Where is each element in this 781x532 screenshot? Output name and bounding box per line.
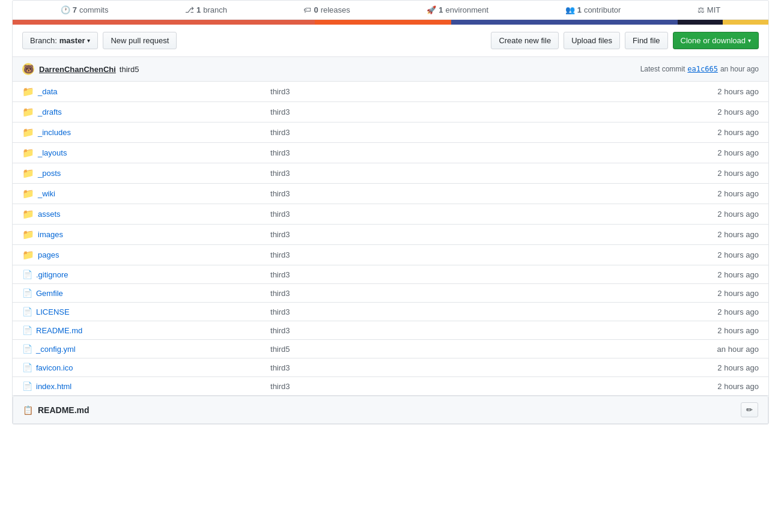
file-name-link[interactable]: images: [38, 230, 63, 239]
table-row: 📄 .gitignore third3 2 hours ago: [13, 265, 768, 284]
file-name-link[interactable]: _config.yml: [36, 345, 76, 354]
file-commit-cell: third3: [261, 225, 578, 245]
file-commit-cell: third5: [261, 340, 578, 358]
readme-filename: README.md: [38, 405, 90, 415]
toolbar: Branch: master ▾ New pull request Create…: [13, 25, 768, 57]
create-new-file-button[interactable]: Create new file: [491, 32, 559, 49]
contributors-icon: 👥: [565, 5, 575, 14]
lang-segment-html: [315, 20, 451, 25]
file-commit-cell: third3: [261, 321, 578, 340]
file-name-link[interactable]: _posts: [38, 169, 61, 178]
file-name-cell: 📁 _data: [13, 82, 102, 101]
license-link[interactable]: ⚖ MIT: [697, 5, 720, 14]
readme-section: 📋 README.md ✏: [13, 396, 768, 424]
file-name-link[interactable]: _data: [38, 87, 58, 96]
branches-link[interactable]: ⎇ 1 branch: [185, 5, 227, 14]
contributors-count: 1: [577, 5, 582, 14]
file-commit-cell: third3: [261, 284, 578, 303]
avatar-emoji: 🐻: [23, 64, 34, 74]
file-name-cell: 📁 _wiki: [13, 184, 102, 204]
branch-selector[interactable]: Branch: master ▾: [22, 32, 98, 49]
file-commit-cell: third3: [261, 377, 578, 396]
file-commit-cell: third3: [261, 163, 578, 184]
file-time-cell: an hour ago: [578, 340, 768, 358]
file-name-cell: 📁 _drafts: [13, 102, 102, 122]
table-row: 📁 _drafts third3 2 hours ago: [13, 102, 768, 122]
file-name-cell: 📁 _includes: [13, 122, 102, 142]
file-time-cell: 2 hours ago: [578, 321, 768, 340]
table-row: 📄 index.html third3 2 hours ago: [13, 377, 768, 396]
table-row: 📁 images third3 2 hours ago: [13, 225, 768, 245]
file-name-link[interactable]: _layouts: [38, 148, 67, 157]
table-row: 📄 _config.yml third5 an hour ago: [13, 340, 768, 358]
file-time-cell: 2 hours ago: [578, 204, 768, 225]
releases-link[interactable]: 🏷 0 releases: [303, 5, 350, 14]
environments-icon: 🚀: [427, 5, 436, 14]
file-name-link[interactable]: favicon.ico: [36, 363, 73, 372]
commit-author-link[interactable]: DarrenChanChenChi: [39, 65, 116, 74]
table-row: 📄 favicon.ico third3 2 hours ago: [13, 358, 768, 377]
language-bar: [13, 20, 768, 25]
file-name-link[interactable]: _includes: [38, 128, 71, 137]
upload-files-button[interactable]: Upload files: [564, 32, 620, 49]
upload-files-label: Upload files: [571, 36, 612, 45]
file-table: 📁 _data third3 2 hours ago 📁 _drafts thi…: [13, 82, 768, 396]
file-name-link[interactable]: assets: [38, 210, 61, 219]
commit-message: third5: [120, 65, 139, 74]
file-name-link[interactable]: Gemfile: [36, 289, 63, 298]
commit-row: 🐻 DarrenChanChenChi third5 Latest commit…: [13, 57, 768, 82]
file-time-cell: 2 hours ago: [578, 143, 768, 163]
contributors-link[interactable]: 👥 1 contributor: [565, 5, 621, 14]
pencil-icon: ✏: [746, 405, 753, 414]
file-icon: 📄: [22, 325, 32, 335]
file-name-link[interactable]: LICENSE: [36, 307, 70, 316]
file-name-link[interactable]: index.html: [36, 382, 71, 391]
environments-link[interactable]: 🚀 1 environment: [427, 5, 488, 14]
file-time-cell: 2 hours ago: [578, 225, 768, 245]
file-name-cell: 📁 assets: [13, 204, 102, 224]
table-row: 📁 _layouts third3 2 hours ago: [13, 143, 768, 163]
file-time-cell: 2 hours ago: [578, 245, 768, 265]
file-name-cell: 📁 images: [13, 225, 102, 244]
lang-segment-css: [451, 20, 678, 25]
file-time-cell: 2 hours ago: [578, 102, 768, 122]
commits-link[interactable]: 🕐 7 commits: [61, 5, 109, 14]
file-icon: 📄: [22, 344, 32, 354]
branches-label: branch: [203, 5, 227, 14]
folder-icon: 📁: [22, 147, 34, 159]
file-icon: 📄: [22, 288, 32, 298]
file-time-cell: 2 hours ago: [578, 284, 768, 303]
file-name-cell: 📄 index.html: [13, 377, 102, 395]
file-icon: 📄: [22, 381, 32, 391]
new-pull-request-button[interactable]: New pull request: [103, 32, 177, 49]
file-name-cell: 📄 favicon.ico: [13, 358, 102, 376]
branches-count: 1: [196, 5, 201, 14]
file-time-cell: 2 hours ago: [578, 163, 768, 184]
find-file-button[interactable]: Find file: [625, 32, 668, 49]
releases-icon: 🏷: [303, 5, 311, 14]
table-row: 📁 _wiki third3 2 hours ago: [13, 184, 768, 204]
file-name-cell: 📄 LICENSE: [13, 303, 102, 321]
commit-meta: Latest commit ea1c665 an hour ago: [640, 65, 759, 73]
file-commit-cell: third3: [261, 184, 578, 204]
file-name-link[interactable]: pages: [38, 250, 59, 259]
file-name-link[interactable]: .gitignore: [36, 270, 68, 279]
branch-name: master: [59, 36, 85, 45]
file-commit-cell: third3: [261, 245, 578, 265]
releases-label: releases: [321, 5, 350, 14]
commit-hash-link[interactable]: ea1c665: [687, 65, 718, 73]
folder-icon: 📁: [22, 208, 34, 220]
clone-caret-icon: ▾: [748, 37, 751, 44]
contributors-label: contributor: [584, 5, 621, 14]
readme-edit-button[interactable]: ✏: [741, 402, 758, 417]
latest-commit-label: Latest commit: [640, 65, 685, 73]
file-time-cell: 2 hours ago: [578, 358, 768, 377]
lang-segment-other: [678, 20, 723, 25]
folder-icon: 📁: [22, 229, 34, 240]
create-new-file-label: Create new file: [499, 36, 551, 45]
file-name-link[interactable]: _wiki: [38, 189, 55, 198]
clone-or-download-button[interactable]: Clone or download ▾: [673, 32, 759, 49]
file-name-link[interactable]: README.md: [36, 326, 82, 335]
file-name-link[interactable]: _drafts: [38, 107, 62, 116]
new-pull-request-label: New pull request: [111, 36, 169, 45]
